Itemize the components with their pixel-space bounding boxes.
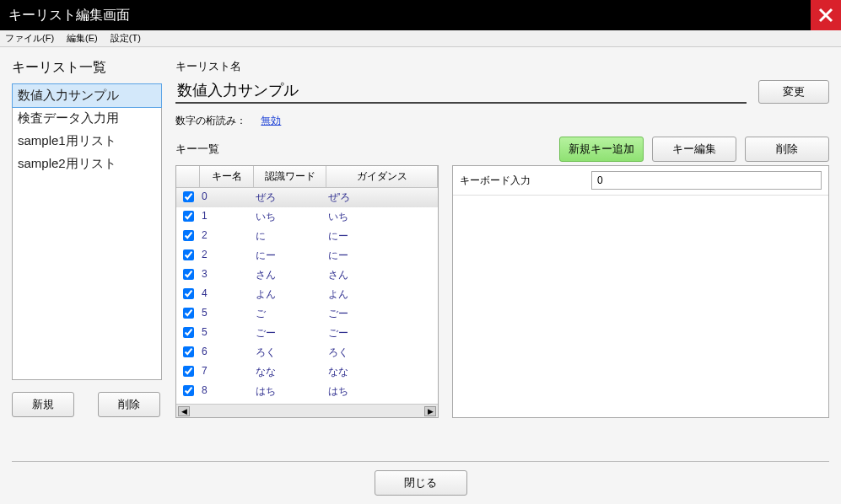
delete-keylist-button[interactable]: 削除 (98, 392, 160, 417)
row-checkbox[interactable] (183, 249, 194, 260)
kb-input-label: キーボード入力 (460, 174, 591, 188)
cell-guidance: ろく (326, 343, 438, 362)
cell-rec-word: ご (254, 304, 326, 324)
row-checkbox[interactable] (183, 269, 194, 280)
add-key-button[interactable]: 新規キー追加 (559, 137, 644, 162)
cell-guidance: いち (326, 207, 438, 227)
close-button[interactable] (811, 0, 841, 30)
scroll-right-icon[interactable]: ▶ (424, 406, 436, 416)
cell-rec-word: ぜろ (254, 188, 326, 207)
cell-guidance: ぜ'ろ (326, 188, 438, 207)
cell-rec-word: よん (254, 285, 326, 304)
cell-key-name: 3 (200, 265, 254, 285)
table-row[interactable]: 0ぜろぜ'ろ (176, 188, 438, 207)
cell-rec-word: なな (254, 362, 326, 382)
cell-rec-word: ろく (254, 343, 326, 362)
edit-key-button[interactable]: キー編集 (652, 137, 736, 162)
cell-rec-word: いち (254, 207, 326, 227)
keylist-title: キーリスト一覧 (12, 59, 162, 77)
col-key-name[interactable]: キー名 (200, 166, 254, 187)
digit-read-label: 数字の桁読み： (175, 115, 246, 126)
cell-guidance: はち (326, 382, 438, 401)
menu-settings[interactable]: 設定(T) (111, 33, 141, 43)
menu-bar: ファイル(F) 編集(E) 設定(T) (0, 30, 841, 47)
cell-guidance: なな (326, 362, 438, 382)
cell-guidance: ごー (326, 304, 438, 324)
row-checkbox[interactable] (183, 230, 194, 241)
keylist-name-input[interactable] (175, 78, 747, 104)
table-row[interactable]: 3さんさん (176, 265, 438, 285)
cell-rec-word: にー (254, 246, 326, 265)
keylist-item[interactable]: sample2用リスト (13, 153, 161, 175)
cell-guidance: にー (326, 246, 438, 265)
keylist-item[interactable]: sample1用リスト (13, 130, 161, 153)
col-check (176, 166, 200, 187)
row-checkbox[interactable] (183, 346, 194, 357)
cell-rec-word: さん (254, 265, 326, 285)
cell-key-name: 0 (200, 188, 254, 207)
cell-key-name: 5 (200, 304, 254, 324)
close-icon (818, 8, 833, 23)
change-button[interactable]: 変更 (758, 80, 829, 104)
cell-key-name: 2 (200, 246, 254, 265)
cell-guidance: ごー (326, 324, 438, 343)
table-row[interactable]: 2にーにー (176, 246, 438, 265)
close-dialog-button[interactable]: 閉じる (375, 470, 467, 496)
cell-rec-word: ごー (254, 324, 326, 343)
table-row[interactable]: 7なななな (176, 362, 438, 382)
keylist-item[interactable]: 数値入力サンプル (12, 83, 162, 108)
cell-key-name: 8 (200, 382, 254, 401)
keyboard-panel: キーボード入力 (452, 165, 829, 418)
cell-key-name: 7 (200, 362, 254, 382)
window-title: キーリスト編集画面 (8, 7, 130, 24)
cell-key-name: 1 (200, 207, 254, 227)
col-rec-word[interactable]: 認識ワード (254, 166, 326, 187)
menu-file[interactable]: ファイル(F) (5, 33, 54, 43)
table-row[interactable]: 8はちはち (176, 382, 438, 401)
menu-edit[interactable]: 編集(E) (67, 33, 98, 43)
cell-guidance: さん (326, 265, 438, 285)
row-checkbox[interactable] (183, 366, 194, 377)
table-row[interactable]: 4よんよん (176, 285, 438, 304)
row-checkbox[interactable] (183, 211, 194, 222)
digit-read-link[interactable]: 無効 (261, 115, 281, 126)
new-keylist-button[interactable]: 新規 (12, 392, 74, 417)
delete-key-button[interactable]: 削除 (745, 137, 829, 162)
row-checkbox[interactable] (183, 327, 194, 338)
key-table[interactable]: キー名 認識ワード ガイダンス 0ぜろぜ'ろ1いちいち2ににー2にーにー3さんさ… (175, 165, 439, 418)
divider (12, 461, 829, 462)
table-row[interactable]: 6ろくろく (176, 343, 438, 362)
scroll-left-icon[interactable]: ◀ (178, 406, 190, 416)
cell-key-name: 6 (200, 343, 254, 362)
row-checkbox[interactable] (183, 385, 194, 396)
row-checkbox[interactable] (183, 308, 194, 319)
key-section-label: キー一覧 (175, 142, 219, 157)
cell-key-name: 4 (200, 285, 254, 304)
kb-input-field[interactable] (591, 171, 822, 190)
cell-guidance: よん (326, 285, 438, 304)
keylist-name-label: キーリスト名 (175, 59, 829, 74)
cell-guidance: にー (326, 227, 438, 246)
keylist-box[interactable]: 数値入力サンプル検査データ入力用sample1用リストsample2用リスト (12, 83, 162, 380)
table-row[interactable]: 1いちいち (176, 207, 438, 227)
cell-key-name: 5 (200, 324, 254, 343)
col-guidance[interactable]: ガイダンス (326, 166, 438, 187)
table-row[interactable]: 5ごごー (176, 304, 438, 324)
cell-rec-word: に (254, 227, 326, 246)
table-row[interactable]: 2ににー (176, 227, 438, 246)
cell-rec-word: はち (254, 382, 326, 401)
row-checkbox[interactable] (183, 191, 194, 202)
table-row[interactable]: 5ごーごー (176, 324, 438, 343)
keylist-item[interactable]: 検査データ入力用 (13, 107, 161, 130)
cell-key-name: 2 (200, 227, 254, 246)
hscrollbar[interactable]: ◀ ▶ (176, 404, 438, 417)
row-checkbox[interactable] (183, 288, 194, 299)
